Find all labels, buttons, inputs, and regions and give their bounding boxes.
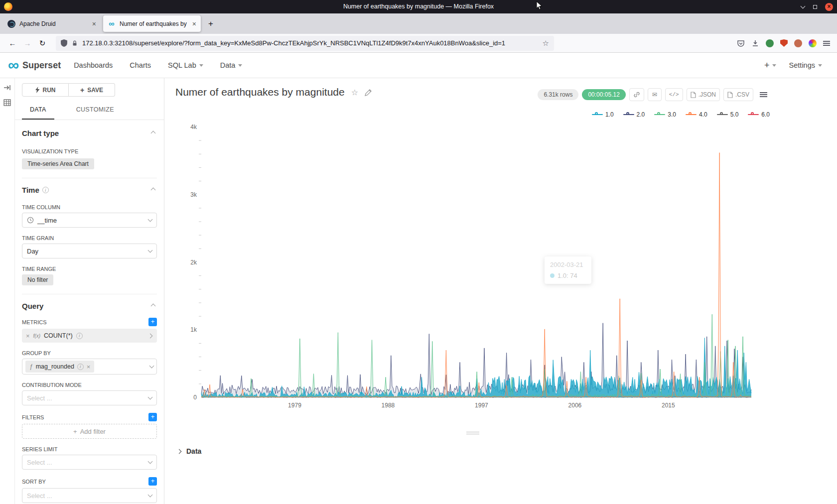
legend-item-3.0[interactable]: 3.0 (654, 111, 676, 118)
tab-label: Apache Druid (19, 20, 89, 27)
chart-menu-button[interactable] (757, 88, 770, 101)
tab-close-icon[interactable]: × (92, 20, 96, 27)
svg-text:1979: 1979 (288, 402, 301, 409)
add-filter-plus-button[interactable]: + (148, 413, 157, 421)
add-filter-dropzone[interactable]: + Add filter (22, 424, 157, 439)
downloads-icon[interactable] (751, 39, 759, 47)
info-icon: i (77, 364, 84, 370)
legend-item-4.0[interactable]: 4.0 (686, 111, 707, 118)
select-placeholder: Select ... (27, 459, 52, 466)
legend-marker-icon (623, 112, 634, 118)
select-placeholder: Select ... (27, 394, 52, 402)
legend-item-2.0[interactable]: 2.0 (623, 111, 645, 118)
svg-text:1988: 1988 (382, 402, 395, 409)
tab-superset-chart[interactable]: ∞ Numer of earthquakes by × (103, 15, 201, 32)
section-time[interactable]: Time i (22, 186, 157, 194)
section-chart-type[interactable]: Chart type (22, 129, 157, 137)
caret-down-icon (238, 64, 242, 67)
embed-code-button[interactable]: </> (665, 88, 683, 101)
tracking-shield-icon[interactable] (61, 39, 67, 47)
legend-label: 2.0 (637, 111, 645, 118)
explore-content: RUN + SAVE DATA CUSTOMIZE Chart type VIS… (0, 78, 837, 504)
svg-text:1997: 1997 (475, 402, 488, 409)
series-limit-select[interactable]: Select ... (22, 455, 157, 470)
url-text[interactable]: 172.18.0.3:32108/superset/explore/?form_… (82, 39, 539, 47)
new-item-button[interactable]: + (764, 60, 776, 71)
forward-button[interactable]: → (20, 36, 35, 50)
remove-column-icon[interactable]: × (87, 363, 91, 371)
dataset-grid-icon[interactable] (3, 99, 11, 106)
run-button[interactable]: RUN (22, 83, 69, 97)
email-link-button[interactable]: ✉ (648, 88, 662, 101)
ublock-shield-icon[interactable] (780, 39, 788, 47)
export-json-button[interactable]: .JSON (687, 88, 720, 101)
extension-green-icon[interactable] (766, 39, 774, 47)
nav-charts[interactable]: Charts (130, 61, 151, 69)
nav-data[interactable]: Data (220, 61, 243, 69)
tab-apache-druid[interactable]: Apache Druid × (3, 15, 101, 32)
remove-metric-icon[interactable]: × (26, 332, 30, 340)
timeseries-area-chart[interactable]: 01k2k3k4k19791988199720062015 (173, 122, 757, 413)
edit-title-icon[interactable] (365, 89, 372, 96)
plus-icon: + (73, 428, 77, 435)
nav-sql-lab[interactable]: SQL Lab (168, 61, 203, 69)
data-panel-header[interactable]: Data (164, 440, 837, 455)
bookmark-star-icon[interactable]: ☆ (543, 39, 549, 48)
legend-item-5.0[interactable]: 5.0 (717, 111, 739, 118)
save-button[interactable]: + SAVE (69, 83, 115, 97)
extension-avatar-icon[interactable] (794, 39, 802, 47)
metric-chip[interactable]: × f(x) COUNT(*) i (22, 329, 157, 343)
tab-data[interactable]: DATA (22, 102, 54, 120)
extension-pinwheel-icon[interactable] (809, 39, 817, 47)
chevron-right-icon[interactable] (148, 333, 153, 338)
superset-logo[interactable]: ∞ Superset (8, 58, 61, 72)
resize-handle[interactable] (466, 430, 479, 434)
time-grain-select[interactable]: Day (22, 244, 157, 258)
add-sort-by-button[interactable]: + (148, 477, 157, 486)
pocket-icon[interactable] (737, 39, 745, 47)
time-range-chip[interactable]: No filter (22, 274, 53, 285)
plus-icon: + (80, 86, 84, 94)
add-filter-label: Add filter (80, 428, 106, 435)
reload-button[interactable]: ↻ (35, 36, 50, 50)
druid-favicon-icon (7, 20, 15, 28)
new-tab-button[interactable]: + (203, 18, 218, 30)
legend-item-1.0[interactable]: 1.0 (592, 111, 614, 118)
query-timer-badge: 00:00:05.12 (582, 89, 625, 100)
tab-customize[interactable]: CUSTOMIZE (68, 102, 122, 120)
group-by-chip[interactable]: ƒ mag_rounded i × (25, 361, 94, 373)
connection-lock-icon[interactable] (71, 40, 78, 47)
contribution-mode-select[interactable]: Select ... (22, 390, 157, 405)
copy-link-button[interactable] (629, 88, 644, 101)
tooltip-date: 2002-03-21 (550, 261, 586, 268)
time-grain-label: TIME GRAIN (22, 235, 157, 241)
url-bar[interactable]: 172.18.0.3:32108/superset/explore/?form_… (56, 36, 554, 51)
group-by-select[interactable]: ƒ mag_rounded i × (22, 359, 157, 375)
code-icon: </> (669, 92, 679, 98)
time-column-label: TIME COLUMN (22, 204, 157, 210)
window-close-icon[interactable]: × (825, 3, 833, 11)
add-metric-button[interactable]: + (148, 318, 157, 326)
legend-label: 4.0 (699, 111, 707, 118)
window-maximize-icon[interactable] (813, 5, 817, 9)
window-minimize-icon[interactable] (800, 4, 805, 9)
favorite-star-icon[interactable]: ☆ (351, 88, 358, 97)
sort-by-select[interactable]: Select ... (22, 488, 157, 503)
time-column-select[interactable]: __time (22, 213, 157, 228)
bolt-icon (35, 87, 40, 93)
back-button[interactable]: ← (5, 36, 20, 50)
legend-item-6.0[interactable]: 6.0 (748, 111, 770, 118)
legend-label: 5.0 (730, 111, 739, 118)
expand-datasource-panel-icon[interactable] (3, 84, 11, 91)
export-csv-button[interactable]: .CSV (723, 88, 753, 101)
section-title: Chart type (22, 129, 59, 137)
viz-type-chip[interactable]: Time-series Area Chart (22, 158, 94, 169)
nav-dashboards[interactable]: Dashboards (74, 61, 113, 69)
chart-area: Numer of earthquakes by magnitude ☆ 6.31… (164, 78, 837, 504)
data-panel-title: Data (186, 447, 201, 455)
section-query[interactable]: Query (22, 302, 157, 310)
settings-menu[interactable]: Settings (789, 61, 822, 69)
time-range-label: TIME RANGE (22, 266, 157, 272)
tab-close-icon[interactable]: × (192, 20, 196, 27)
browser-menu-icon[interactable] (823, 39, 830, 48)
